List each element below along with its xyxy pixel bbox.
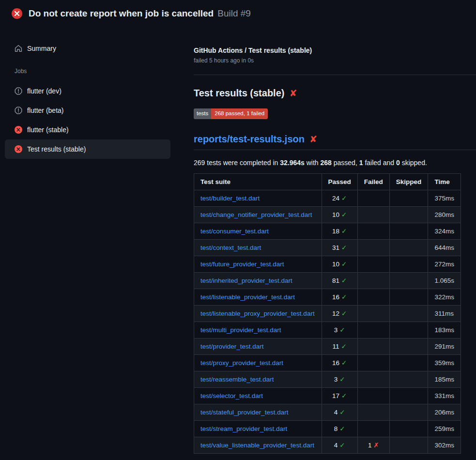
skipped-cell (389, 206, 428, 223)
skipped-cell (389, 354, 428, 371)
time-cell: 280ms (428, 206, 461, 223)
suite-link[interactable]: test/future_provider_test.dart (200, 261, 284, 268)
column-header: Failed (357, 173, 389, 190)
tests-badge: tests 268 passed, 1 failed (194, 108, 268, 119)
suite-cell: test/stateful_provider_test.dart (194, 404, 322, 420)
content: Summary Jobs flutter (dev)flutter (beta)… (0, 27, 476, 454)
suite-link[interactable]: test/reassemble_test.dart (200, 376, 274, 383)
failed-cell: 1 ✗ (357, 437, 389, 453)
passed-cell: 8 ✓ (322, 420, 357, 437)
skipped-cell (389, 437, 428, 453)
passed-cell: 10 ✓ (322, 206, 357, 223)
passed-cell: 16 ✓ (322, 289, 357, 305)
suite-cell: test/multi_provider_test.dart (194, 322, 322, 338)
suite-link[interactable]: test/multi_provider_test.dart (200, 326, 281, 334)
time-cell: 206ms (428, 404, 461, 420)
passed-cell: 10 ✓ (322, 256, 357, 272)
passed-count: 268 (321, 159, 332, 167)
skipped-cell (389, 239, 428, 256)
sidebar-summary-label: Summary (27, 44, 56, 53)
column-header: Passed (322, 173, 357, 190)
time-cell: 1.065s (428, 272, 461, 289)
suite-cell: test/stream_provider_test.dart (194, 420, 322, 437)
passed-cell: 18 ✓ (322, 223, 357, 239)
job-status-line: failed 5 hours ago in 0s (194, 57, 476, 64)
skipped-cell (389, 289, 428, 305)
sidebar-job-item[interactable]: Test results (stable) (5, 139, 170, 159)
table-row: test/consumer_test.dart18 ✓324ms (194, 223, 461, 239)
table-row: test/listenable_proxy_provider_test.dart… (194, 305, 461, 322)
time-cell: 272ms (428, 256, 461, 272)
stop-icon (15, 87, 22, 95)
failed-cell (357, 272, 389, 289)
table-row: test/inherited_provider_test.dart81 ✓1.0… (194, 272, 461, 289)
badge-label: tests (194, 108, 211, 119)
check-icon: ✓ (341, 359, 347, 367)
suite-link[interactable]: test/selector_test.dart (200, 392, 263, 399)
passed-cell: 12 ✓ (322, 305, 357, 322)
time-cell: 302ms (428, 437, 461, 453)
breadcrumb: GitHub Actions / Test results (stable) (194, 46, 476, 54)
suite-link[interactable]: test/context_test.dart (200, 244, 261, 251)
section-divider (194, 75, 476, 75)
suite-link[interactable]: test/stateful_provider_test.dart (200, 409, 289, 416)
total-duration: 32.964s (280, 159, 305, 167)
sidebar-job-item[interactable]: flutter (dev) (5, 81, 170, 101)
suite-link[interactable]: test/consumer_test.dart (200, 228, 269, 235)
suite-link[interactable]: test/change_notifier_provider_test.dart (200, 211, 312, 218)
suite-link[interactable]: test/inherited_provider_test.dart (200, 277, 292, 284)
check-icon: ✓ (341, 227, 347, 235)
time-cell: 331ms (428, 387, 461, 404)
suite-link[interactable]: test/listenable_proxy_provider_test.dart (200, 310, 315, 317)
table-row: test/context_test.dart31 ✓644ms (194, 239, 461, 256)
suite-link[interactable]: test/provider_test.dart (200, 343, 264, 350)
suite-link[interactable]: test/listenable_provider_test.dart (200, 293, 295, 301)
time-cell: 291ms (428, 338, 461, 354)
badge-value: 268 passed, 1 failed (211, 108, 268, 119)
suite-link[interactable]: test/proxy_provider_test.dart (200, 359, 283, 367)
suite-cell: test/listenable_proxy_provider_test.dart (194, 305, 322, 322)
time-cell: 644ms (428, 239, 461, 256)
sidebar-job-item[interactable]: flutter (beta) (5, 101, 170, 120)
x-icon: ✘ (289, 89, 297, 98)
tests-summary-line: 269 tests were completed in 32.964s with… (194, 159, 476, 167)
failed-cell (357, 223, 389, 239)
suite-cell: test/builder_test.dart (194, 190, 322, 206)
table-row: test/proxy_provider_test.dart16 ✓359ms (194, 354, 461, 371)
report-link[interactable]: reports/test-results.json (194, 134, 305, 145)
suite-cell: test/future_provider_test.dart (194, 256, 322, 272)
failed-cell (357, 206, 389, 223)
failed-cell (357, 322, 389, 338)
failed-cell (357, 387, 389, 404)
table-row: test/change_notifier_provider_test.dart1… (194, 206, 461, 223)
time-cell: 259ms (428, 420, 461, 437)
suite-link[interactable]: test/builder_test.dart (200, 195, 260, 202)
sidebar-item-summary[interactable]: Summary (5, 39, 170, 58)
check-icon: ✓ (339, 441, 345, 449)
x-circle-icon (15, 126, 22, 134)
skipped-cell (389, 190, 428, 206)
x-icon: ✘ (309, 135, 317, 144)
passed-cell: 11 ✓ (322, 338, 357, 354)
home-icon (15, 45, 22, 52)
time-cell: 183ms (428, 322, 461, 338)
passed-cell: 3 ✓ (322, 371, 357, 387)
job-label: flutter (beta) (27, 106, 63, 115)
time-cell: 185ms (428, 371, 461, 387)
check-icon: ✓ (339, 375, 345, 383)
sidebar-job-item[interactable]: flutter (stable) (5, 120, 170, 139)
time-cell: 322ms (428, 289, 461, 305)
job-label: flutter (dev) (27, 86, 61, 96)
check-icon: ✓ (341, 244, 347, 251)
suite-link[interactable]: test/value_listenable_provider_test.dart (200, 442, 314, 449)
section-heading: Test results (stable) ✘ (194, 88, 476, 99)
table-row: test/provider_test.dart11 ✓291ms (194, 338, 461, 354)
job-label: flutter (stable) (27, 125, 69, 135)
table-row: test/stateful_provider_test.dart4 ✓206ms (194, 404, 461, 420)
suite-link[interactable]: test/stream_provider_test.dart (200, 425, 287, 432)
failed-cell (357, 420, 389, 437)
suite-cell: test/selector_test.dart (194, 387, 322, 404)
check-icon: ✓ (341, 392, 347, 399)
x-icon: ✗ (373, 441, 379, 449)
passed-cell: 24 ✓ (322, 190, 357, 206)
